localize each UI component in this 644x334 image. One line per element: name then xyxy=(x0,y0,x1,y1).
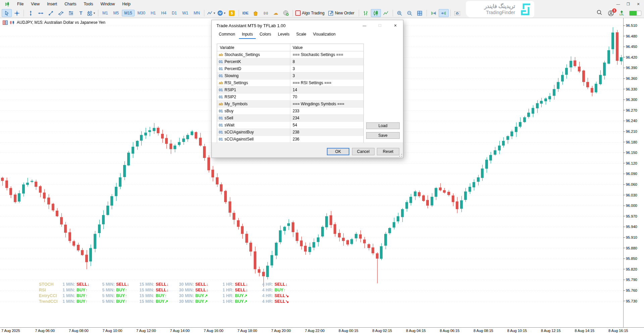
cursor-tool-icon[interactable] xyxy=(2,9,12,17)
timeframe-mn[interactable]: MN xyxy=(191,10,202,16)
line-studies-icon[interactable]: ▼ xyxy=(206,9,216,17)
signal-timeframe-label: 1 HR: xyxy=(217,288,234,292)
price-tick: 96.060 xyxy=(624,182,637,186)
tab-scale[interactable]: Scale xyxy=(293,31,309,39)
input-row-RSI_Settings[interactable]: abRSI_Settings=== RSI Settings === xyxy=(217,79,363,87)
zoom-out-icon[interactable] xyxy=(405,9,415,17)
variable-value[interactable]: === Stochastic Settings === xyxy=(290,51,363,58)
variable-name: PercentD xyxy=(225,66,290,71)
window-controls: — ❐ ✕ xyxy=(613,0,643,8)
timeframe-d1[interactable]: D1 xyxy=(169,10,179,16)
input-row-sCCIAgainstBuy[interactable]: 01sCCIAgainstBuy238 xyxy=(217,129,363,136)
ok-button[interactable]: OK xyxy=(327,148,349,155)
bar-chart-type-icon[interactable] xyxy=(361,9,371,17)
time-axis[interactable]: 7 Aug 20257 Aug 06:007 Aug 08:007 Aug 10… xyxy=(0,327,644,334)
zoom-in-icon[interactable] xyxy=(395,9,405,17)
profile-icon[interactable]: 1 xyxy=(608,10,614,16)
variable-value[interactable]: 3 xyxy=(290,65,363,72)
ide-button[interactable]: IDE xyxy=(241,9,251,17)
timeframe-h4[interactable]: H4 xyxy=(159,10,168,16)
search-icon[interactable] xyxy=(596,9,602,17)
variable-value[interactable]: 70 xyxy=(290,94,363,100)
value-column-header: Value xyxy=(290,44,363,51)
input-row-PercentD[interactable]: 01PercentD3 xyxy=(217,65,363,72)
mt5-logo-icon xyxy=(2,0,12,8)
price-tick: 96.240 xyxy=(624,119,637,123)
dialog-minimize-button[interactable]: — xyxy=(357,20,372,31)
input-row-sWait[interactable]: 01sWait54 xyxy=(217,122,363,129)
algo-trading-button[interactable]: Algo Trading xyxy=(295,9,327,17)
timeframe-m1[interactable]: M1 xyxy=(100,10,110,16)
menu-file[interactable]: File xyxy=(13,0,27,8)
price-axis[interactable]: 96.51096.48096.45096.42096.39096.36096.3… xyxy=(623,18,644,328)
menu-view[interactable]: View xyxy=(27,0,43,8)
screenshot-icon[interactable] xyxy=(452,9,462,17)
auto-scroll-icon[interactable] xyxy=(429,9,439,17)
input-row-RSIP1[interactable]: 01RSIP114 xyxy=(217,87,363,94)
timeframe-w1[interactable]: W1 xyxy=(180,10,191,16)
tile-windows-icon[interactable] xyxy=(415,9,425,17)
window-minimize-button[interactable]: — xyxy=(613,0,623,8)
menu-tools[interactable]: Tools xyxy=(80,0,97,8)
variable-value[interactable]: 3 xyxy=(290,72,363,79)
window-close-button[interactable]: ✕ xyxy=(633,0,643,8)
cloud-icon[interactable]: ☁ xyxy=(271,9,281,17)
market-icon[interactable] xyxy=(251,9,261,17)
variable-value[interactable]: === RSI Settings === xyxy=(290,79,363,86)
trendline-tool-icon[interactable] xyxy=(46,9,56,17)
tab-visualization[interactable]: Visualization xyxy=(310,31,339,39)
variable-value[interactable]: 233 xyxy=(290,108,363,114)
vertical-line-tool-icon[interactable] xyxy=(26,9,36,17)
integer-type-icon: 01 xyxy=(217,95,225,99)
menu-insert[interactable]: Insert xyxy=(43,0,61,8)
save-button[interactable]: Save xyxy=(366,132,400,139)
community-icon[interactable] xyxy=(281,9,291,17)
timeframe-m5[interactable]: M5 xyxy=(111,10,121,16)
timeframe-m15[interactable]: M15 xyxy=(122,10,134,16)
variable-value[interactable]: 238 xyxy=(290,129,363,135)
menu-window[interactable]: Window xyxy=(97,0,119,8)
horizontal-line-tool-icon[interactable] xyxy=(36,9,46,17)
signals-icon[interactable]: ((o)) xyxy=(261,9,271,17)
channel-tool-icon[interactable] xyxy=(56,9,66,17)
text-tool-icon[interactable]: T xyxy=(76,9,86,17)
signal-timeframe-label: 30 MIN: xyxy=(177,288,194,292)
input-row-sBuy[interactable]: 01sBuy233 xyxy=(217,108,363,115)
reset-button[interactable]: Reset xyxy=(377,148,399,155)
indicators-icon[interactable]: ▼ xyxy=(216,9,227,17)
input-row-My_Symbols[interactable]: abMy_Symbols=== Wingdings Symbols === xyxy=(217,101,363,108)
chart-shift-icon[interactable] xyxy=(439,9,449,17)
input-row-Slowing[interactable]: 01Slowing3 xyxy=(217,72,363,79)
input-row-PercentK[interactable]: 01PercentK8 xyxy=(217,58,363,65)
variable-value[interactable]: 234 xyxy=(290,115,363,121)
shapes-tool-icon[interactable]: ▼ xyxy=(86,9,96,17)
load-button[interactable]: Load xyxy=(366,122,400,129)
cancel-button[interactable]: Cancel xyxy=(352,148,375,155)
new-order-button[interactable]: New Order xyxy=(327,9,357,17)
menu-charts[interactable]: Charts xyxy=(61,0,80,8)
timeframe-m30[interactable]: M30 xyxy=(135,10,148,16)
variable-value[interactable]: 8 xyxy=(290,58,363,65)
crosshair-tool-icon[interactable] xyxy=(12,9,22,17)
tab-inputs[interactable]: Inputs xyxy=(239,31,256,39)
timeframe-h1[interactable]: H1 xyxy=(148,10,158,16)
variable-value[interactable]: 236 xyxy=(290,136,363,143)
tab-levels[interactable]: Levels xyxy=(275,31,293,39)
variable-value[interactable]: 14 xyxy=(290,87,363,93)
tab-colors[interactable]: Colors xyxy=(256,31,274,39)
variable-value[interactable]: 54 xyxy=(290,122,363,128)
input-row-RSIP2[interactable]: 01RSIP270 xyxy=(217,94,363,101)
input-row-Stochastic_Settings[interactable]: abStochastic_Settings=== Stochastic Sett… xyxy=(217,51,363,58)
currency-icon[interactable]: $ xyxy=(227,9,237,17)
candlestick-chart-type-icon[interactable] xyxy=(371,9,381,17)
line-chart-type-icon[interactable] xyxy=(381,9,391,17)
dialog-resize-grip[interactable] xyxy=(399,154,402,157)
menu-help[interactable]: Help xyxy=(118,0,134,8)
window-restore-button[interactable]: ❐ xyxy=(623,0,633,8)
tab-common[interactable]: Common xyxy=(216,31,238,39)
fibonacci-tool-icon[interactable] xyxy=(66,9,76,17)
dialog-close-button[interactable]: ✕ xyxy=(388,20,403,31)
input-row-sCCIAgainstSell[interactable]: 01sCCIAgainstSell236 xyxy=(217,136,363,143)
variable-value[interactable]: === Wingdings Symbols === xyxy=(290,101,363,107)
input-row-sSell[interactable]: 01sSell234 xyxy=(217,115,363,122)
